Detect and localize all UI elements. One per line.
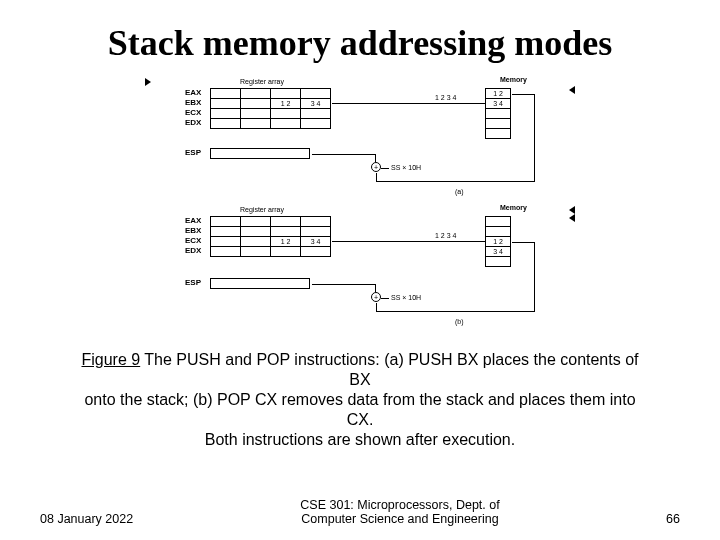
reg-caption-b: Register array [240, 206, 284, 213]
add-horiz-a [376, 181, 534, 182]
reg-eax-b: EAX [185, 216, 201, 225]
adder-a: + [371, 162, 381, 172]
caption-line1: The PUSH and POP instructions: (a) PUSH … [140, 351, 638, 388]
bus-label-a: 1 2 3 4 [435, 94, 456, 101]
panel-label-a: (a) [455, 188, 464, 195]
ssmul-a: SS × 10H [391, 164, 421, 171]
bus-label-b: 1 2 3 4 [435, 232, 456, 239]
mem-34-a: 3 4 [486, 98, 511, 108]
reg-edx-b: EDX [185, 246, 201, 255]
caption-line3: Both instructions are shown after execut… [205, 431, 515, 448]
reg-caption-a: Register array [240, 78, 284, 85]
cell-34-a: 3 4 [301, 98, 331, 108]
ss-line-b [381, 298, 389, 299]
footer-mid1: CSE 301: Microprocessors, Dept. of [300, 498, 499, 512]
mem-point-a [534, 94, 535, 182]
esp-tap-a [312, 154, 375, 155]
reg-ebx-a: EBX [185, 98, 201, 107]
reg-esp-b: ESP [185, 278, 201, 287]
cell-34-b: 3 4 [301, 236, 331, 246]
mem-12-b: 1 2 [486, 236, 511, 246]
adder-b: + [371, 292, 381, 302]
panel-b: Register array Memory EAX EBX ECX EDX ES… [145, 206, 575, 334]
cell-12-a: 1 2 [271, 98, 301, 108]
esp-vert-a [375, 154, 376, 162]
footer-page: 66 [620, 512, 680, 526]
mem-tap-b [512, 242, 535, 243]
footer-mid2: Computer Science and Engineering [301, 512, 498, 526]
reg-ebx-b: EBX [185, 226, 201, 235]
add-horiz-b [376, 311, 534, 312]
caption-lead: Figure 9 [81, 351, 140, 368]
mem-tap-a [512, 94, 535, 95]
esp-box-b [210, 278, 310, 289]
bus-line-a [332, 103, 485, 104]
mem-12-a: 1 2 [486, 88, 511, 98]
caption-line2: onto the stack; (b) POP CX removes data … [84, 391, 635, 428]
add-out-a [376, 173, 377, 181]
panel-label-b: (b) [455, 318, 464, 325]
reg-ecx-a: ECX [185, 108, 201, 117]
esp-box-a [210, 148, 310, 159]
slide-footer: 08 January 2022 CSE 301: Microprocessors… [0, 498, 720, 526]
bus-line-b [332, 241, 485, 242]
mem-caption-b: Memory [500, 204, 527, 211]
mem-34-b: 3 4 [486, 246, 511, 256]
cell-12-b: 1 2 [271, 236, 301, 246]
panel-a: Register array Memory EAX EBX ECX EDX ES… [145, 78, 575, 206]
reg-ecx-b: ECX [185, 236, 201, 245]
reg-table-a: 1 23 4 [210, 88, 331, 129]
esp-vert-b [375, 284, 376, 292]
slide-title: Stack memory addressing modes [40, 24, 680, 64]
figure-caption: Figure 9 The PUSH and POP instructions: … [80, 350, 640, 450]
add-out-b [376, 303, 377, 311]
footer-date: 08 January 2022 [40, 512, 180, 526]
slide: Stack memory addressing modes Register a… [0, 0, 720, 540]
reg-eax-a: EAX [185, 88, 201, 97]
mem-caption-a: Memory [500, 76, 527, 83]
figure-container: Register array Memory EAX EBX ECX EDX ES… [145, 78, 575, 334]
mem-table-a: 1 2 3 4 [485, 88, 511, 139]
ssmul-b: SS × 10H [391, 294, 421, 301]
mem-table-b: 1 2 3 4 [485, 216, 511, 267]
esp-tap-b [312, 284, 375, 285]
reg-table-b: 1 23 4 [210, 216, 331, 257]
mem-point-b [534, 242, 535, 312]
reg-esp-a: ESP [185, 148, 201, 157]
ss-line-a [381, 168, 389, 169]
reg-edx-a: EDX [185, 118, 201, 127]
footer-course: CSE 301: Microprocessors, Dept. of Compu… [180, 498, 620, 526]
